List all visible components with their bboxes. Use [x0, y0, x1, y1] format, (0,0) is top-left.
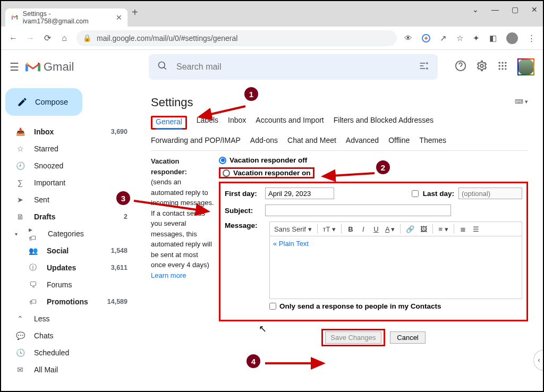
sidebar-icon: ∑ — [15, 178, 26, 187]
sidebar-item-chats[interactable]: 💬Chats — [5, 327, 133, 344]
sidebar-item-categories[interactable]: ▾▸🏷Categories — [5, 225, 133, 242]
subject-input[interactable] — [265, 204, 451, 216]
last-day-checkbox[interactable] — [412, 190, 419, 197]
gmail-logo[interactable]: Gmail — [26, 60, 142, 74]
settings-tab-accounts-and-import[interactable]: Accounts and Import — [256, 116, 324, 130]
main-menu-icon[interactable]: ☰ — [10, 61, 19, 73]
sidebar-item-social[interactable]: 👥Social1,548 — [5, 242, 133, 259]
contacts-only-checkbox[interactable] — [269, 303, 276, 310]
maximize-icon[interactable]: ▢ — [512, 5, 518, 14]
gmail-logo-text: Gmail — [44, 60, 74, 74]
first-day-label: First day: — [225, 190, 261, 198]
close-window-icon[interactable]: ✕ — [531, 5, 538, 14]
settings-tab-themes[interactable]: Themes — [419, 136, 446, 144]
message-toolbar: Sans Serif ▾ тT ▾ B I U A ▾ 🔗 — [269, 221, 522, 236]
apps-grid-icon[interactable] — [497, 61, 508, 74]
eye-icon[interactable]: 👁 — [404, 33, 412, 42]
text-color-icon[interactable]: A ▾ — [385, 225, 395, 233]
cancel-button[interactable]: Cancel — [390, 331, 425, 344]
bookmark-icon[interactable]: ☆ — [456, 33, 463, 43]
settings-gear-icon[interactable] — [476, 60, 488, 74]
sidebar-item-promotions[interactable]: 🏷Promotions14,589 — [5, 293, 133, 310]
sidebar-icon: ⌃ — [15, 314, 26, 323]
settings-title: Settings — [151, 91, 193, 112]
sidebar-item-sent[interactable]: ➤Sent — [5, 191, 133, 208]
sidebar-item-forums[interactable]: 🗨Forums — [5, 276, 133, 293]
sidebar-item-starred[interactable]: ☆Starred — [5, 140, 133, 157]
image-icon[interactable]: 🖼 — [420, 225, 427, 233]
font-family-select[interactable]: Sans Serif ▾ — [274, 225, 312, 233]
account-avatar[interactable] — [517, 58, 534, 75]
search-bar[interactable] — [149, 54, 438, 80]
svg-line-16 — [134, 201, 208, 211]
learn-more-link[interactable]: Learn more — [151, 271, 186, 279]
sidebar-item-snoozed[interactable]: 🕘Snoozed — [5, 157, 133, 174]
forward-icon: → — [26, 33, 35, 43]
bulleted-list-icon[interactable]: ☰ — [472, 225, 480, 233]
align-icon[interactable]: ≡ ▾ — [438, 225, 448, 233]
profile-icon[interactable] — [506, 32, 518, 44]
browser-titlebar: Settings - ivam1758@gmail.com ✕ + ⌄ ― ▢ … — [1, 1, 543, 27]
save-changes-button[interactable]: Save Changes — [325, 331, 381, 344]
sidebar-item-drafts[interactable]: 🗎Drafts2 — [5, 208, 133, 225]
search-input[interactable] — [176, 62, 410, 72]
sidebar-item-less[interactable]: ⌃Less — [5, 310, 133, 327]
settings-tab-general[interactable]: General — [156, 117, 182, 130]
search-options-icon[interactable] — [419, 61, 429, 74]
minimize-icon[interactable]: ― — [491, 5, 499, 14]
settings-tab-add-ons[interactable]: Add-ons — [250, 136, 278, 144]
sidebar-icon: ▸🏷 — [29, 225, 39, 242]
close-tab-icon[interactable]: ✕ — [116, 13, 122, 22]
input-tool-indicator[interactable]: ⌨ ▾ — [515, 98, 528, 105]
sidebar-item-updates[interactable]: ⓘUpdates3,611 — [5, 259, 133, 276]
underline-icon[interactable]: U — [372, 225, 380, 233]
sidebar-item-important[interactable]: ∑Important — [5, 174, 133, 191]
contacts-only-label: Only send a response to people in my Con… — [279, 302, 441, 310]
vacation-on-radio[interactable]: Vacation responder on — [219, 167, 314, 178]
search-icon[interactable] — [157, 61, 168, 74]
address-bar[interactable]: 🔒 mail.google.com/mail/u/0/#settings/gen… — [76, 30, 397, 46]
first-day-input[interactable] — [265, 188, 334, 199]
settings-tab-filters-and-blocked-addresses[interactable]: Filters and Blocked Addresses — [334, 116, 434, 130]
sidebar-item-all-mail[interactable]: ✉All Mail — [5, 361, 133, 378]
svg-point-11 — [499, 68, 500, 70]
more-icon[interactable]: ⋮ — [528, 33, 536, 43]
bold-icon[interactable]: B — [347, 225, 354, 233]
message-textarea[interactable]: « Plain Text — [269, 236, 522, 299]
numbered-list-icon[interactable]: ≣ — [460, 225, 467, 233]
home-icon[interactable]: ⌂ — [60, 33, 69, 43]
annotation-4: 4 — [246, 354, 260, 368]
sidebar-icon: 🗎 — [15, 212, 26, 221]
sidebar-item-inbox[interactable]: 📥Inbox3,690 — [5, 123, 133, 140]
vacation-help-text: (sends an automated reply to incoming me… — [151, 178, 214, 269]
settings-tab-forwarding-and-pop-imap[interactable]: Forwarding and POP/IMAP — [151, 136, 241, 144]
gmail-favicon-icon — [11, 13, 19, 22]
settings-tab-advanced[interactable]: Advanced — [346, 136, 379, 144]
annotation-3: 3 — [116, 191, 130, 205]
font-size-icon[interactable]: тT ▾ — [323, 225, 336, 233]
share-icon[interactable]: ↗ — [440, 33, 447, 43]
settings-main: Settings ⌨ ▾ GeneralLabelsInboxAccounts … — [137, 84, 543, 391]
sidebar-icon: ☆ — [15, 144, 26, 153]
new-tab-button[interactable]: + — [132, 6, 138, 19]
help-icon[interactable] — [455, 60, 466, 74]
extensions-icon[interactable]: ✦ — [473, 33, 480, 43]
plain-text-link[interactable]: « Plain Text — [273, 240, 309, 248]
link-icon[interactable]: 🔗 — [406, 225, 414, 233]
last-day-label: Last day: — [423, 190, 454, 198]
reload-icon[interactable]: ⟳ — [42, 33, 52, 43]
window-drop-icon[interactable]: ⌄ — [472, 5, 479, 14]
italic-icon[interactable]: I — [360, 225, 367, 233]
browser-tab[interactable]: Settings - ivam1758@gmail.com ✕ — [5, 8, 128, 27]
google-icon[interactable] — [422, 34, 430, 42]
reading-list-icon[interactable]: ◧ — [489, 33, 497, 43]
lock-icon: 🔒 — [83, 34, 91, 42]
sidebar-item-scheduled[interactable]: 🕓Scheduled — [5, 344, 133, 361]
svg-point-1 — [159, 62, 165, 68]
compose-button[interactable]: Compose — [5, 88, 82, 116]
vacation-off-radio[interactable]: Vacation responder off — [219, 156, 528, 164]
settings-tab-chat-and-meet[interactable]: Chat and Meet — [287, 136, 336, 144]
sidebar-icon: 🏷 — [28, 297, 38, 306]
settings-tab-offline[interactable]: Offline — [388, 136, 410, 144]
back-icon[interactable]: ← — [8, 33, 18, 43]
